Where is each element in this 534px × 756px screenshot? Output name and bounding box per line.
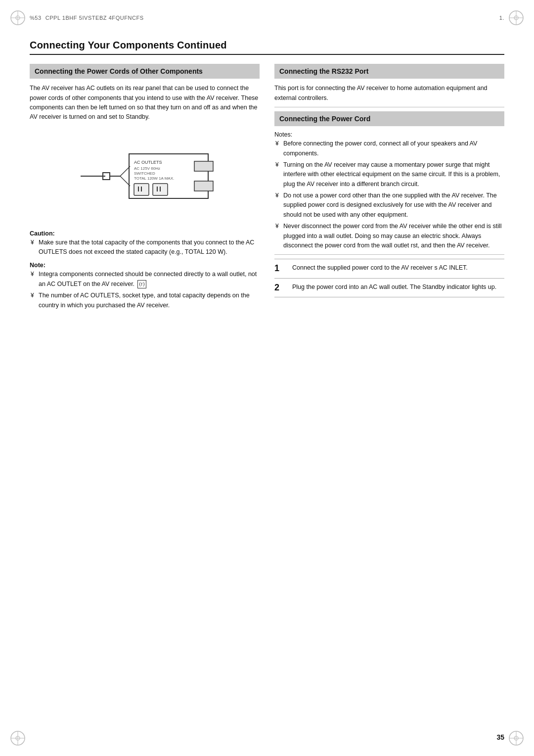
notes-item-1: Before connecting the power cord, connec… (274, 139, 504, 158)
notes-list: Before connecting the power cord, connec… (274, 139, 504, 250)
power-cord-subsection-header: Connecting the Power Cord (274, 111, 504, 126)
right-column: Connecting the RS232 Port This port is f… (274, 64, 504, 312)
thin-rule-1 (274, 107, 504, 107)
caution-label: Caution: (30, 230, 260, 237)
header-code: %53 (30, 15, 42, 21)
svg-rect-33 (194, 161, 213, 171)
page: %53 CPPL 1BHF 5IVSTEBZ 4FQUFNCFS 1. Conn… (0, 0, 534, 756)
notes-label: Notes: (274, 131, 504, 138)
step-2-text: Plug the power cord into an AC wall outl… (292, 283, 496, 292)
rs232-text: This port is for connecting the AV recei… (274, 84, 504, 103)
ac-outlets-diagram: AC OUTLETS AC 125V 60Hz SWITCHED TOTAL 1… (76, 129, 214, 223)
note-item-2: The number of AC OUTLETS, socket type, a… (30, 291, 260, 310)
note-item-1: Integra components connected should be c… (30, 270, 260, 289)
left-intro-text: The AV receiver has AC outlets on its re… (30, 84, 260, 122)
notes-item-2: Turning on the AV receiver may cause a m… (274, 160, 504, 189)
caution-list: Make sure that the total capacity of the… (30, 238, 260, 257)
section-title: Connecting Your Components Continued (30, 40, 504, 55)
corner-mark-bl (9, 729, 27, 747)
notes-item-4: Never disconnect the power cord from the… (274, 222, 504, 250)
step-1-text: Connect the supplied power cord to the A… (292, 263, 468, 273)
svg-text:AC OUTLETS: AC OUTLETS (134, 160, 162, 165)
step-1: 1 Connect the supplied power cord to the… (274, 259, 504, 278)
left-subsection-header: Connecting the Power Cords of Other Comp… (30, 64, 260, 79)
rs232-subsection-header: Connecting the RS232 Port (274, 64, 504, 79)
svg-text:SWITCHED: SWITCHED (134, 171, 155, 176)
header-bar: %53 CPPL 1BHF 5IVSTEBZ 4FQUFNCFS 1. (30, 15, 504, 21)
left-column: Connecting the Power Cords of Other Comp… (30, 64, 260, 312)
svg-rect-35 (194, 181, 213, 191)
main-content: Connecting Your Components Continued Con… (30, 40, 504, 716)
caution-item-1: Make sure that the total capacity of the… (30, 238, 260, 257)
thin-rule-2 (274, 254, 504, 255)
page-number: 35 (496, 733, 504, 741)
integra-symbol: ⒡ (137, 280, 146, 289)
header-page-num: 1. (499, 15, 504, 21)
steps-list: 1 Connect the supplied power cord to the… (274, 259, 504, 297)
diagram-area: AC OUTLETS AC 125V 60Hz SWITCHED TOTAL 1… (30, 129, 260, 223)
header-label: CPPL 1BHF 5IVSTEBZ 4FQUFNCFS (45, 15, 144, 21)
step-2-num: 2 (274, 283, 288, 293)
corner-mark-tl (9, 9, 27, 27)
corner-mark-tr (507, 9, 525, 27)
svg-text:AC 125V 60Hz: AC 125V 60Hz (134, 166, 160, 171)
step-2: 2 Plug the power cord into an AC wall ou… (274, 278, 504, 298)
svg-text:TOTAL 120W 1A MAX.: TOTAL 120W 1A MAX. (134, 176, 174, 181)
note-label: Note: (30, 262, 260, 269)
notes-item-3: Do not use a power cord other than the o… (274, 191, 504, 220)
step-1-num: 1 (274, 263, 288, 274)
two-column-layout: Connecting the Power Cords of Other Comp… (30, 64, 504, 312)
note-list: Integra components connected should be c… (30, 270, 260, 310)
corner-mark-br (507, 729, 525, 747)
